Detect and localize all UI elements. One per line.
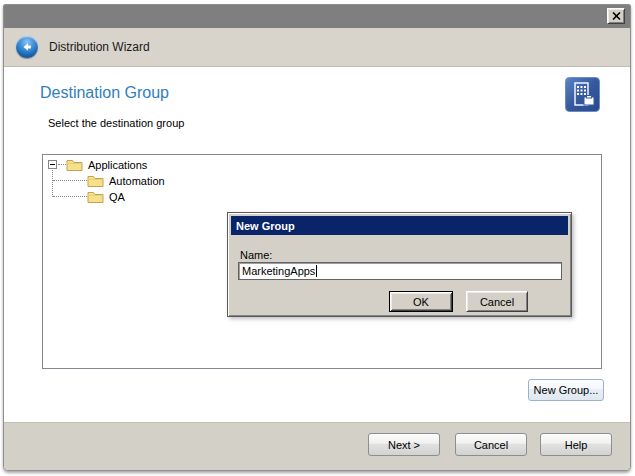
tree-item-applications[interactable]: Applications: [66, 157, 147, 172]
help-button[interactable]: Help: [540, 433, 612, 456]
back-button[interactable]: [16, 36, 38, 58]
group-name-value: MarketingApps: [242, 265, 315, 277]
tree-item-label: QA: [109, 191, 125, 203]
tree-item-label: Automation: [109, 175, 165, 187]
ok-button[interactable]: OK: [389, 291, 453, 312]
name-label: Name:: [240, 249, 272, 261]
folder-icon: [66, 158, 83, 171]
back-arrow-icon: [20, 40, 34, 54]
text-caret: [316, 265, 317, 277]
new-group-button[interactable]: New Group...: [528, 379, 604, 401]
group-name-input[interactable]: MarketingApps: [238, 262, 562, 280]
new-group-dialog: New Group Name: MarketingApps OK Cancel: [227, 212, 572, 317]
close-icon: [612, 12, 621, 20]
tree-item-automation[interactable]: Automation: [87, 173, 165, 188]
dialog-titlebar: New Group: [231, 216, 568, 235]
wizard-window: Distribution Wizard Destination Group Se…: [3, 4, 631, 471]
wizard-cancel-button[interactable]: Cancel: [455, 433, 527, 456]
wizard-title: Distribution Wizard: [49, 40, 150, 54]
page-subtitle: Select the destination group: [48, 117, 184, 129]
next-button[interactable]: Next >: [368, 433, 440, 456]
wizard-footer: Next > Cancel Help: [4, 422, 630, 470]
tree-connector: [53, 196, 87, 197]
dialog-title: New Group: [236, 220, 295, 232]
tree-item-qa[interactable]: QA: [87, 189, 125, 204]
tree-expand-toggle[interactable]: [48, 160, 57, 169]
close-button[interactable]: [607, 8, 625, 24]
tree-item-label: Applications: [88, 159, 147, 171]
window-titlebar: [4, 5, 630, 28]
folder-icon: [87, 174, 104, 187]
folder-icon: [87, 190, 104, 203]
dialog-cancel-button[interactable]: Cancel: [466, 291, 528, 312]
tree-connector: [53, 180, 87, 181]
tree-connector: [52, 170, 53, 197]
wizard-header: Distribution Wizard: [4, 28, 630, 67]
wizard-content: Destination Group Select the destination…: [4, 67, 630, 422]
page-title: Destination Group: [40, 84, 169, 102]
group-building-icon: [565, 77, 600, 112]
tree-connector: [58, 164, 66, 165]
